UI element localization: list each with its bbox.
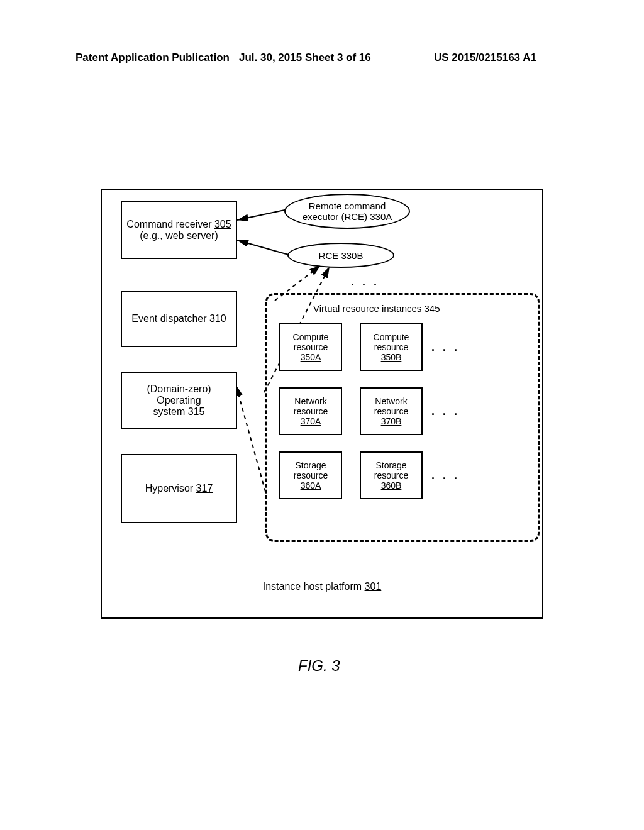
hypervisor-label: Hypervisor 317	[145, 483, 213, 494]
os-box: (Domain-zero) Operating system 315	[121, 372, 237, 429]
storage-b-box: Storage resource 360B	[360, 451, 423, 499]
header-left: Patent Application Publication	[75, 52, 230, 64]
storage-ellipsis: . . .	[431, 469, 460, 482]
event-dispatcher-label: Event dispatcher 310	[131, 313, 226, 324]
command-receiver-box: Command receiver 305 (e.g., web server)	[121, 201, 237, 259]
command-receiver-line2: (e.g., web server)	[140, 230, 218, 241]
figure-container: Command receiver 305 (e.g., web server) …	[101, 189, 543, 619]
page-header: Patent Application Publication Jul. 30, …	[0, 52, 644, 67]
network-b-box: Network resource 370B	[360, 387, 423, 435]
os-line1: (Domain-zero) Operating	[125, 384, 233, 406]
rce-b-oval: RCE 330B	[287, 243, 394, 268]
rce-a-oval: Remote command executor (RCE) 330A	[284, 194, 410, 229]
hypervisor-box: Hypervisor 317	[121, 454, 237, 523]
event-dispatcher-box: Event dispatcher 310	[121, 290, 237, 347]
storage-a-box: Storage resource 360A	[279, 451, 342, 499]
command-receiver-line1: Command receiver 305	[126, 219, 231, 230]
os-line2: system 315	[153, 406, 205, 418]
network-ellipsis: . . .	[431, 405, 460, 418]
header-mid: Jul. 30, 2015 Sheet 3 of 16	[239, 52, 371, 64]
vri-label: Virtual resource instances 345	[313, 303, 440, 314]
header-right: US 2015/0215163 A1	[434, 52, 536, 64]
platform-label: Instance host platform 301	[102, 581, 542, 592]
rce-ellipsis: . . .	[351, 275, 379, 289]
network-a-box: Network resource 370A	[279, 387, 342, 435]
svg-line-1	[237, 240, 291, 255]
compute-ellipsis: . . .	[431, 341, 460, 354]
compute-a-box: Compute resource 350A	[279, 323, 342, 371]
svg-line-0	[237, 209, 291, 220]
compute-b-box: Compute resource 350B	[360, 323, 423, 371]
figure-caption: FIG. 3	[298, 657, 340, 675]
svg-line-4	[236, 385, 265, 492]
